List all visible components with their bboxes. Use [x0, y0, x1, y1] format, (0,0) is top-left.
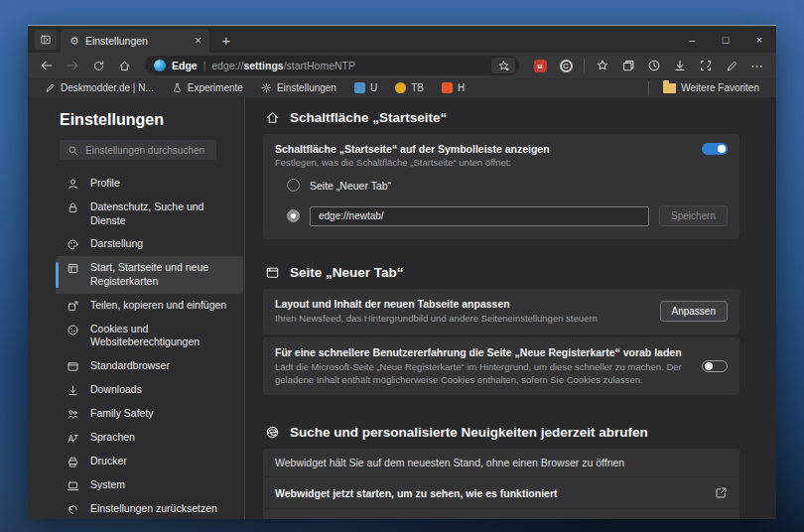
favorite-tb[interactable]: TB: [388, 78, 431, 97]
refresh-icon: [92, 60, 105, 72]
settings-sidebar: Einstellungen Profile Datenschutz, Suche…: [28, 97, 245, 519]
section-header-neuer-tab: Seite „Neuer Tab“: [265, 265, 739, 280]
favorites-settings-button[interactable]: [491, 58, 515, 73]
start-page-icon: [67, 262, 79, 275]
webwidget-info-text: Webwidget hält Sie auf dem neuesten Stan…: [275, 457, 624, 468]
favorite-einstellungen[interactable]: Einstellungen: [254, 78, 343, 97]
tab-title: Einstellungen: [85, 35, 187, 47]
sidebar-item-family-safety[interactable]: Family Safety: [56, 402, 243, 426]
sidebar-item-darstellung[interactable]: Darstellung: [56, 232, 243, 256]
tab-close-icon[interactable]: ×: [193, 34, 203, 48]
sidebar-item-standardbrowser[interactable]: Standardbrowser: [56, 354, 243, 378]
more-favorites-button[interactable]: Weitere Favoriten: [656, 78, 766, 97]
home-url-input[interactable]: [310, 206, 649, 226]
card-startseite: Schaltfläche „Startseite“ auf der Symbol…: [263, 134, 739, 239]
web-capture-button[interactable]: [695, 56, 717, 75]
sidebar-item-profile[interactable]: Profile: [56, 172, 243, 196]
forward-button[interactable]: [62, 56, 83, 75]
sidebar-item-label: Profile: [90, 177, 120, 191]
pen-icon: [726, 60, 738, 72]
window-controls: – □ ×: [675, 26, 776, 53]
sidebar-item-system[interactable]: System: [56, 473, 243, 497]
appearance-icon: [67, 238, 79, 251]
favorite-experimente[interactable]: Experimente: [165, 78, 250, 97]
sidebar-item-label: Start, Startseite und neue Registerkarte…: [90, 261, 237, 288]
extension-c-button[interactable]: C: [555, 56, 577, 75]
external-link-icon: [715, 486, 728, 499]
download-icon: [67, 384, 79, 397]
sidebar-item-label: Sprachen: [90, 431, 135, 445]
favorite-deskmodder[interactable]: Deskmodder.de | N...: [38, 78, 161, 97]
sidebar-item-sprachen[interactable]: Sprachen: [56, 426, 243, 450]
gear-icon: [261, 82, 272, 93]
anpassen-button[interactable]: Anpassen: [660, 301, 728, 322]
more-menu-button[interactable]: ⋯: [746, 56, 768, 75]
section-title: Seite „Neuer Tab“: [290, 265, 404, 280]
favorite-u[interactable]: U: [347, 78, 384, 97]
show-home-button-toggle[interactable]: [702, 143, 728, 155]
card-preload: Für eine schnellere Benutzererfahrung di…: [263, 337, 739, 396]
sidebar-item-label: Teilen, kopieren und einfügen: [90, 299, 226, 313]
sidebar-item-start-startseite[interactable]: Start, Startseite und neue Registerkarte…: [56, 256, 243, 293]
sidebar-item-drucker[interactable]: Drucker: [56, 450, 243, 473]
radio-new-tab-page[interactable]: [287, 179, 300, 192]
collections-button[interactable]: [617, 56, 639, 75]
maximize-button[interactable]: □: [709, 26, 742, 53]
search-input[interactable]: [85, 145, 204, 156]
card-layout-anpassen: Layout und Inhalt der neuen Tabseite anp…: [263, 289, 739, 334]
share-icon: [67, 300, 79, 313]
history-button[interactable]: [643, 56, 665, 75]
sidebar-item-label: Einstellungen zurücksetzen: [90, 502, 217, 516]
sidebar-item-cookies[interactable]: Cookies und Websiteberechtigungen: [56, 318, 243, 354]
tab-bar: ⚙ Einstellungen × + – □ ×: [28, 26, 776, 53]
close-button[interactable]: ×: [742, 26, 776, 53]
tab-actions-button[interactable]: [35, 30, 57, 50]
minimize-button[interactable]: –: [675, 26, 709, 53]
sidebar-item-label: Datenschutz, Suche und Dienste: [90, 200, 237, 227]
cookies-icon: [67, 324, 79, 336]
downloads-button[interactable]: [669, 56, 691, 75]
preload-new-tab-toggle[interactable]: [702, 360, 728, 372]
section-title: Suche und personalisierte Neuigkeiten je…: [290, 425, 648, 440]
section-header-startseite: Schaltfläche „Startseite“: [265, 110, 739, 125]
favicon-tb: [395, 82, 406, 93]
sidebar-item-label: Family Safety: [90, 407, 154, 421]
favorite-label: Einstellungen: [277, 82, 336, 93]
url-host: settings: [243, 60, 283, 71]
settings-search[interactable]: [60, 140, 216, 160]
favorite-label: TB: [411, 82, 424, 93]
section-title: Schaltfläche „Startseite“: [290, 110, 447, 125]
vertical-tabs-icon: [40, 34, 52, 46]
settings-main: Schaltfläche „Startseite“ Schaltfläche „…: [245, 97, 776, 519]
add-favorite-button[interactable]: [592, 56, 613, 75]
favorite-h[interactable]: H: [435, 78, 471, 97]
back-button[interactable]: [36, 56, 58, 75]
sidebar-item-teilen[interactable]: Teilen, kopieren und einfügen: [56, 294, 243, 318]
favicon-h: [442, 82, 453, 93]
sidebar-item-label: Downloads: [90, 383, 142, 397]
save-button[interactable]: Speichern: [659, 205, 728, 226]
address-bar[interactable]: Edge | edge://settings/startHomeNTP: [145, 56, 519, 75]
home-icon: [265, 110, 280, 125]
favorite-label: Deskmodder.de | N...: [61, 82, 154, 93]
sidebar-item-label: Drucker: [90, 455, 127, 468]
annotate-button[interactable]: [721, 56, 742, 75]
collections-icon: [621, 59, 635, 72]
refresh-button[interactable]: [87, 56, 109, 75]
radio-custom-url[interactable]: [287, 209, 300, 222]
sidebar-item-label: Darstellung: [90, 237, 143, 251]
sidebar-item-datenschutz[interactable]: Datenschutz, Suche und Dienste: [56, 196, 243, 232]
sidebar-item-downloads[interactable]: Downloads: [56, 378, 243, 402]
external-link-button[interactable]: [715, 486, 728, 499]
home-button[interactable]: [113, 56, 135, 75]
url-path: /startHomeNTP: [284, 60, 355, 71]
tab-einstellungen[interactable]: ⚙ Einstellungen ×: [61, 29, 209, 53]
tab-page-icon: [265, 265, 280, 280]
back-arrow-icon: [40, 59, 54, 72]
extension-red-button[interactable]: u: [529, 56, 551, 75]
printer-icon: [67, 456, 79, 468]
home-icon: [118, 60, 131, 72]
new-tab-button[interactable]: +: [215, 29, 237, 51]
favorite-label: Experimente: [188, 82, 243, 93]
sidebar-item-zuruecksetzen[interactable]: Einstellungen zurücksetzen: [56, 497, 243, 519]
